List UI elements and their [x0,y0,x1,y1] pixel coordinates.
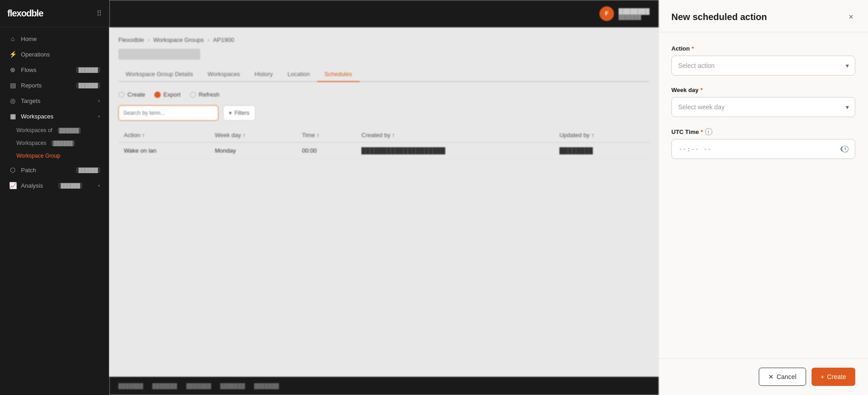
search-input[interactable] [118,105,218,121]
radio-refresh[interactable]: Refresh [190,91,220,98]
search-bar: ▾ Filters [118,105,650,121]
panel-header: New scheduled action × [659,0,868,32]
table-row[interactable]: Wake on lan Monday 00:00 ███████████████… [118,143,650,159]
cell-weekday: Monday [209,143,296,159]
close-button[interactable]: × [847,11,855,23]
cancel-x-icon: ✕ [768,373,774,380]
action-field: Action * Select action Wake on lan Shutd… [671,45,855,76]
weekday-field: Week day * Select week day Monday Tuesda… [671,87,855,117]
reports-badge: ██████ [76,82,100,88]
sidebar-sub-workspaces2[interactable]: Workspaces ██████ [0,137,109,149]
sidebar-item-reports[interactable]: ▤ Reports ██████ [0,77,109,93]
flows-icon: ⊕ [9,66,16,73]
col-time: Time ↑ [296,128,356,143]
sidebar-header: flexodble ⠿ [0,0,109,27]
sidebar-item-flows[interactable]: ⊕ Flows ██████ [0,62,109,77]
main-area: F ████████ ███████ Flexodble › Workspace… [109,0,659,395]
utctime-required-star: * [700,128,703,135]
cell-updatedby: ████████ [554,143,650,159]
weekday-select-wrapper: Select week day Monday Tuesday Wednesday… [671,97,855,117]
tab-schedules[interactable]: Schedules [317,67,360,82]
bottom-bar: ███████ ███████ ███████ ███████ ███████ [109,377,659,395]
cell-time: 00:00 [296,143,356,159]
filter-icon: ▾ [229,110,232,116]
tabs: Workspace Group Details Workspaces Histo… [118,67,650,82]
sidebar-item-operations[interactable]: ⚡ Operations [0,46,109,62]
panel-body: Action * Select action Wake on lan Shutd… [659,32,868,358]
radio-export[interactable]: Export [154,91,181,98]
workspaces-chevron: ▾ [98,114,100,119]
weekday-select[interactable]: Select week day Monday Tuesday Wednesday… [671,97,855,117]
action-select-wrapper: Select action Wake on lan Shutdown Resta… [671,56,855,76]
user-info: ████████ ███████ [619,8,650,20]
avatar: F [599,6,614,21]
sidebar-item-targets[interactable]: ◎ Targets ▾ [0,93,109,108]
create-button[interactable]: + Create [812,368,855,386]
schedules-table: Action ↑ Week day ↑ Time ↑ Created by ↑ … [118,128,650,159]
analysis-chevron: ▾ [98,183,100,188]
create-plus-icon: + [821,373,824,380]
utctime-label: UTC Time * i [671,128,855,135]
radio-create[interactable]: Create [118,91,145,98]
time-input-wrapper: 🕐 [671,139,855,159]
bottom-item-2: ███████ [152,383,178,389]
page-title [118,49,200,60]
bottom-item-5: ███████ [254,383,279,389]
sidebar-item-workspaces[interactable]: ▦ Workspaces ▾ [0,108,109,124]
action-required-star: * [691,45,694,52]
topbar-right: F ████████ ███████ [599,6,650,21]
bottom-item-3: ███████ [186,383,211,389]
tab-workspace-group-details[interactable]: Workspace Group Details [118,67,200,81]
bottom-item-4: ███████ [220,383,245,389]
sidebar-item-home[interactable]: ⌂ Home [0,31,109,46]
action-label: Action * [671,45,855,52]
tab-location[interactable]: Location [280,67,317,81]
workspaces-of-badge: ██████ [58,128,81,133]
radio-group: Create Export Refresh [118,91,650,98]
col-createdby: Created by ↑ [356,128,554,143]
bottom-item-1: ███████ [118,383,143,389]
main-content: Flexodble › Workspace Groups › AP1900 Wo… [109,27,659,395]
patch-badge: ██████ [76,167,100,173]
col-updatedby: Updated by ↑ [554,128,650,143]
analysis-icon: 📈 [9,182,16,189]
sidebar-item-patch[interactable]: ⬡ Patch ██████ [0,162,109,178]
sidebar-sub-workspaces-of[interactable]: Workspaces of ██████ [0,124,109,137]
flows-badge: ██████ [76,67,100,73]
cell-createdby: ████████████████████ [356,143,554,159]
col-action: Action ↑ [118,128,209,143]
col-weekday: Week day ↑ [209,128,296,143]
filter-button[interactable]: ▾ Filters [223,105,255,121]
breadcrumb: Flexodble › Workspace Groups › AP1900 [118,36,650,43]
utctime-input[interactable] [671,139,855,159]
sidebar-sub-workspace-group[interactable]: Workspace Group [0,149,109,162]
sidebar: flexodble ⠿ ⌂ Home ⚡ Operations ⊕ Flows … [0,0,109,395]
cell-action: Wake on lan [118,143,209,159]
targets-chevron: ▾ [98,98,100,103]
weekday-required-star: * [700,87,703,93]
sidebar-nav: ⌂ Home ⚡ Operations ⊕ Flows ██████ ▤ Rep… [0,27,109,395]
cancel-button[interactable]: ✕ Cancel [759,368,806,386]
radio-create-circle [118,92,125,98]
tab-history[interactable]: History [247,67,280,81]
panel-title: New scheduled action [671,12,767,22]
operations-icon: ⚡ [9,51,16,58]
reports-icon: ▤ [9,82,16,89]
home-icon: ⌂ [9,35,16,42]
utctime-field: UTC Time * i 🕐 [671,128,855,159]
utctime-info-icon[interactable]: i [705,128,712,135]
logo: flexodble [7,8,43,19]
weekday-label: Week day * [671,87,855,93]
tab-workspaces[interactable]: Workspaces [200,67,247,81]
grid-icon[interactable]: ⠿ [96,9,102,18]
workspaces-icon: ▦ [9,113,16,120]
action-select[interactable]: Select action Wake on lan Shutdown Resta… [671,56,855,76]
radio-refresh-circle [190,92,196,98]
sidebar-item-analysis[interactable]: 📈 Analysis ██████ ▾ [0,178,109,193]
workspaces2-badge: ██████ [51,140,75,146]
panel-footer: ✕ Cancel + Create [659,358,868,395]
analysis-badge: ██████ [58,183,82,189]
targets-icon: ◎ [9,97,16,104]
new-scheduled-action-panel: New scheduled action × Action * Select a… [659,0,868,395]
main-topbar: F ████████ ███████ [109,0,659,27]
